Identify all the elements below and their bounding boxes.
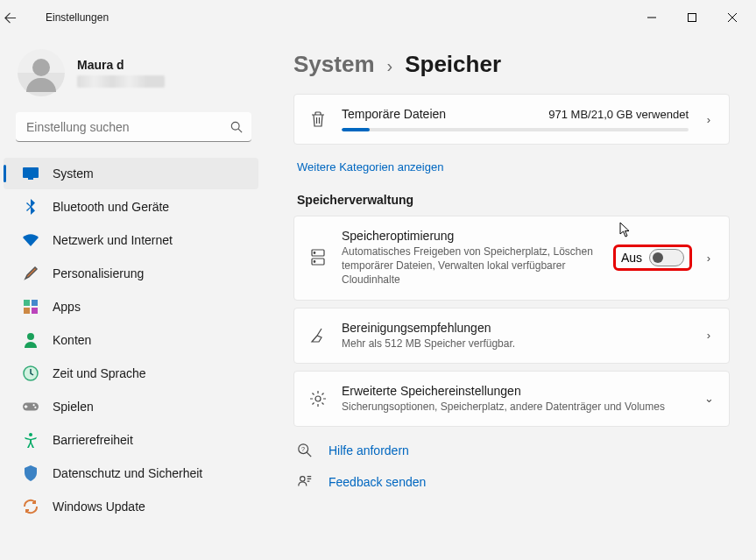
trash-icon [308,110,328,128]
nav-item-display[interactable]: System [4,158,258,189]
cleanup-desc: Mehr als 512 MB Speicher verfügbar. [342,337,689,351]
breadcrumb-parent[interactable]: System [293,51,375,78]
svg-rect-8 [24,300,30,306]
close-button[interactable] [712,4,752,32]
nav-item-brush[interactable]: Personalisierung [4,258,258,289]
help-text: Hilfe anfordern [329,443,409,457]
nav-label: Netzwerk und Internet [53,233,173,247]
svg-point-16 [34,407,36,408]
nav-label: Datenschutz und Sicherheit [53,466,202,480]
gear-icon [308,390,328,408]
content: System › Speicher Temporäre Dateien 971 … [267,35,756,560]
help-icon: ? [297,443,313,458]
storage-icon [308,249,328,266]
shield-icon [23,465,39,481]
nav-list: SystemBluetooth und GeräteNetzwerk und I… [0,156,267,556]
more-categories-link[interactable]: Weitere Kategorien anzeigen [297,160,443,174]
svg-rect-10 [24,308,30,314]
profile-email-blurred [77,75,165,88]
titlebar: Einstellungen [0,0,756,35]
nav-label: Personalisierung [53,266,144,280]
temp-files-card[interactable]: Temporäre Dateien 971 MB/21,0 GB verwend… [293,94,730,145]
display-icon [23,166,39,181]
advanced-desc: Sicherungsoptionen, Speicherplatz, ander… [342,400,689,414]
svg-point-21 [314,261,315,263]
advanced-card[interactable]: Erweiterte Speichereinstellungen Sicheru… [293,371,730,427]
gamepad-icon [23,399,39,415]
apps-icon [23,299,39,315]
svg-text:?: ? [301,445,305,453]
minimize-button[interactable] [632,4,672,32]
page-title: Speicher [405,51,501,78]
search-box[interactable] [16,112,251,142]
toggle-label: Aus [621,251,642,265]
section-heading: Speicherverwaltung [297,193,726,207]
nav-item-clock[interactable]: Zeit und Sprache [4,358,258,389]
nav-item-person[interactable]: Konten [4,324,258,356]
breadcrumb: System › Speicher [293,51,730,78]
maximize-button[interactable] [672,4,712,32]
search-input[interactable] [16,112,251,142]
nav-item-accessibility[interactable]: Barrierefreiheit [4,424,258,456]
profile[interactable]: Maura d [0,35,267,112]
temp-files-progress [342,128,689,131]
svg-point-25 [300,477,305,481]
svg-point-15 [33,404,35,406]
storage-sense-desc: Automatisches Freigeben von Speicherplat… [342,245,599,287]
cleanup-title: Bereinigungsempfehlungen [342,321,689,335]
chevron-down-icon: ⌄ [703,392,715,405]
back-button[interactable] [4,11,39,25]
nav-item-shield[interactable]: Datenschutz und Sicherheit [4,457,258,489]
person-icon [23,332,39,348]
nav-label: System [53,167,94,181]
svg-point-12 [27,333,34,340]
nav-label: Bluetooth und Geräte [53,200,169,214]
nav-label: Konten [53,333,91,347]
nav-item-bluetooth[interactable]: Bluetooth und Geräte [4,191,258,223]
cleanup-card[interactable]: Bereinigungsempfehlungen Mehr als 512 MB… [293,308,730,364]
svg-rect-7 [28,178,33,180]
feedback-icon [297,474,313,490]
svg-point-22 [315,396,321,401]
svg-rect-9 [32,300,38,306]
chevron-right-icon: › [703,113,715,126]
nav-item-apps[interactable]: Apps [4,291,258,323]
progress-fill [342,128,370,131]
svg-rect-6 [23,167,39,178]
svg-point-17 [29,433,32,436]
bluetooth-icon [23,199,39,215]
chevron-right-icon: › [387,56,393,76]
help-link[interactable]: ? Hilfe anfordern [297,443,726,458]
svg-rect-1 [689,14,696,22]
chevron-right-icon: › [703,252,715,265]
temp-files-usage: 971 MB/21,0 GB verwendet [548,108,689,121]
nav-label: Zeit und Sprache [53,366,146,380]
broom-icon [308,327,328,344]
nav-label: Barrierefreiheit [53,433,133,447]
storage-sense-toggle[interactable] [649,249,684,266]
nav-label: Apps [53,300,81,314]
clock-icon [23,365,39,381]
nav-item-gamepad[interactable]: Spielen [4,391,258,422]
update-icon [23,499,39,514]
nav-label: Spielen [53,400,94,414]
accessibility-icon [23,432,39,448]
nav-item-update[interactable]: Windows Update [4,491,258,522]
nav-label: Windows Update [53,500,145,514]
storage-sense-card[interactable]: Speicheroptimierung Automatisches Freige… [293,216,730,301]
wifi-icon [23,232,39,248]
svg-rect-11 [32,308,38,314]
chevron-right-icon: › [703,329,715,342]
storage-sense-title: Speicheroptimierung [342,229,599,243]
feedback-link[interactable]: Feedback senden [297,474,726,490]
avatar [18,49,65,96]
window-title: Einstellungen [46,11,109,24]
advanced-title: Erweiterte Speichereinstellungen [342,384,689,398]
sidebar: Maura d SystemBluetooth und GeräteNetzwe… [0,35,267,560]
nav-item-wifi[interactable]: Netzwerk und Internet [4,224,258,256]
svg-point-20 [314,252,315,254]
profile-name: Maura d [77,58,165,72]
highlight-box: Aus [613,245,692,271]
temp-files-title: Temporäre Dateien [342,107,446,121]
brush-icon [23,266,39,281]
